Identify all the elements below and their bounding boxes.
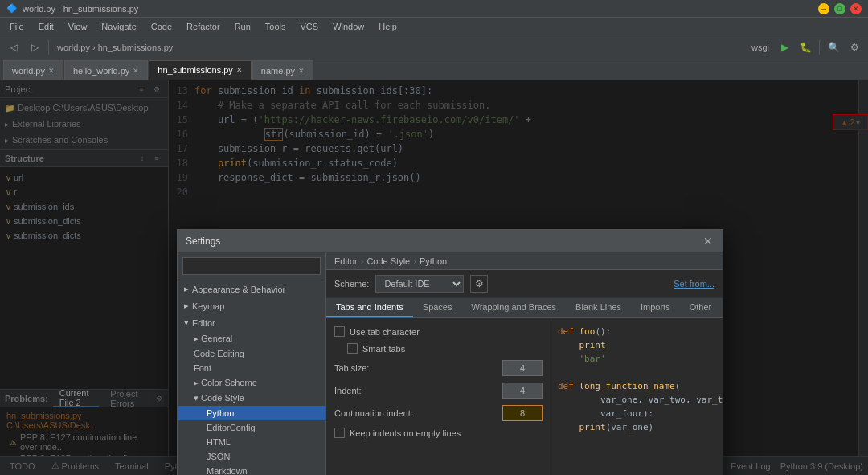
indent-input[interactable] <box>502 383 542 399</box>
toolbar-separator <box>48 40 49 55</box>
dialog-breadcrumb: Editor › Code Style › Python <box>326 252 723 270</box>
smart-tabs-checkbox[interactable] <box>347 343 358 354</box>
menu-window[interactable]: Window <box>326 20 371 33</box>
settings-search-input[interactable] <box>182 257 321 275</box>
smart-tabs-row: Smart tabs <box>347 343 542 354</box>
breadcrumb-python: Python <box>420 256 447 266</box>
search-everywhere-button[interactable]: 🔍 <box>825 39 842 56</box>
menu-run[interactable]: Run <box>228 20 257 33</box>
dialog-right: Editor › Code Style › Python Scheme: Def… <box>326 252 723 475</box>
tab-label: hn_submissions.py <box>158 65 233 75</box>
title-bar-controls: ─ □ ✕ <box>818 3 862 14</box>
dlg-tab-imports[interactable]: Imports <box>631 298 680 317</box>
debug-button[interactable]: 🐛 <box>796 39 814 56</box>
tab-hello-world-py[interactable]: hello_world.py ✕ <box>64 60 148 80</box>
menu-vcs[interactable]: VCS <box>294 20 326 33</box>
tab-world-py[interactable]: world.py ✕ <box>3 60 63 80</box>
dlg-tab-spaces[interactable]: Spaces <box>413 298 462 317</box>
menu-edit[interactable]: Edit <box>32 20 60 33</box>
tab-close-icon[interactable]: ✕ <box>236 66 243 74</box>
dlg-tab-blank-lines[interactable]: Blank Lines <box>566 298 631 317</box>
maximize-button[interactable]: □ <box>834 3 845 14</box>
continuation-indent-input[interactable] <box>502 405 542 421</box>
breadcrumb-editor: Editor <box>334 256 358 266</box>
dlg-section-keymap[interactable]: ▸ Keymap <box>178 297 326 314</box>
minimize-button[interactable]: ─ <box>818 3 829 14</box>
menu-tools[interactable]: Tools <box>259 20 293 33</box>
indent-row: Indent: <box>334 383 542 399</box>
breadcrumb-code-style: Code Style <box>366 256 410 266</box>
settings-button[interactable]: ⚙ <box>845 39 863 56</box>
dlg-item-json[interactable]: JSON <box>178 449 326 464</box>
breadcrumb-sep-2: › <box>413 256 416 266</box>
use-tab-char-checkbox[interactable] <box>334 326 345 337</box>
collapse-icon: ▸ <box>194 334 199 343</box>
tab-close-icon[interactable]: ✕ <box>48 67 55 75</box>
section-label: Appearance & Behavior <box>192 285 285 294</box>
dlg-section-appearance[interactable]: ▸ Appearance & Behavior <box>178 280 326 297</box>
keep-indents-checkbox[interactable] <box>334 428 345 438</box>
back-button[interactable]: ◁ <box>5 39 23 56</box>
menu-bar: File Edit View Navigate Code Refactor Ru… <box>0 18 868 35</box>
dlg-tab-tabs-indents[interactable]: Tabs and Indents <box>326 298 413 317</box>
section-label: Editor <box>192 318 215 328</box>
tab-label: world.py <box>12 66 45 76</box>
dlg-item-code-style[interactable]: ▾ Code Style <box>178 391 326 406</box>
dlg-item-color-scheme[interactable]: ▸ Color Scheme <box>178 375 326 391</box>
vcs-label: wsgi <box>748 43 772 52</box>
section-label: Keymap <box>192 301 224 311</box>
tab-size-input[interactable] <box>502 360 542 376</box>
dlg-tab-wrapping[interactable]: Wrapping and Braces <box>462 298 567 317</box>
scheme-row: Scheme: Default IDE ⚙ Set from... <box>326 270 723 298</box>
menu-file[interactable]: File <box>3 20 31 33</box>
run-button[interactable]: ▶ <box>776 39 793 56</box>
toolbar-separator-2 <box>819 40 820 55</box>
breadcrumb-sep-1: › <box>361 256 364 266</box>
keep-indents-row: Keep indents on empty lines <box>334 428 542 438</box>
menu-code[interactable]: Code <box>145 20 178 33</box>
collapse-icon: ▸ <box>184 284 189 294</box>
tab-name-py[interactable]: name.py ✕ <box>252 60 313 80</box>
keep-indents-label: Keep indents on empty lines <box>350 428 461 438</box>
menu-help[interactable]: Help <box>372 20 403 33</box>
use-tab-char-label: Use tab character <box>350 327 420 337</box>
menu-refactor[interactable]: Refactor <box>180 20 227 33</box>
settings-dialog: Settings ✕ ▸ Appearance & Behavior <box>177 229 723 475</box>
tab-label: name.py <box>261 66 295 76</box>
tab-close-icon[interactable]: ✕ <box>298 67 305 75</box>
dlg-item-html[interactable]: HTML <box>178 435 326 449</box>
breadcrumb-path: world.py › hn_submissions.py <box>54 43 176 52</box>
dlg-tab-other[interactable]: Other <box>680 298 722 317</box>
use-tab-char-row: Use tab character <box>334 326 542 337</box>
forward-button[interactable]: ▷ <box>26 39 43 56</box>
menu-view[interactable]: View <box>62 20 94 33</box>
collapse-icon: ▾ <box>184 317 189 328</box>
dialog-header: Settings ✕ <box>178 230 723 252</box>
close-button[interactable]: ✕ <box>850 3 862 14</box>
scheme-gear-button[interactable]: ⚙ <box>470 275 488 293</box>
dlg-item-general[interactable]: ▸ General <box>178 331 326 346</box>
dialog-close-button[interactable]: ✕ <box>702 235 714 248</box>
ide-wrapper: 🔷 world.py - hn_submissions.py ─ □ ✕ Fil… <box>0 0 868 475</box>
dlg-item-editorconfig[interactable]: EditorConfig <box>178 420 326 435</box>
scheme-select[interactable]: Default IDE <box>375 275 464 293</box>
dlg-section-editor[interactable]: ▾ Editor <box>178 314 326 331</box>
tab-size-row: Tab size: <box>334 360 542 376</box>
dlg-item-code-editing[interactable]: Code Editing <box>178 346 326 361</box>
smart-tabs-label: Smart tabs <box>362 344 405 354</box>
set-from-link[interactable]: Set from... <box>674 279 714 289</box>
title-bar-title: world.py - hn_submissions.py <box>23 4 138 14</box>
tabs-bar: world.py ✕ hello_world.py ✕ hn_submissio… <box>0 59 868 80</box>
dialog-title: Settings <box>186 235 220 247</box>
collapse-icon: ▸ <box>194 378 199 387</box>
dialog-tab-content: Use tab character Smart tabs Tab size: <box>326 318 723 475</box>
tab-close-icon[interactable]: ✕ <box>133 67 139 75</box>
tab-hn-submissions-py[interactable]: hn_submissions.py ✕ <box>149 60 252 80</box>
continuation-indent-label: Continuation indent: <box>334 408 497 418</box>
dlg-item-python[interactable]: Python <box>178 406 326 420</box>
tab-size-label: Tab size: <box>334 363 497 373</box>
dlg-item-markdown[interactable]: Markdown <box>178 464 326 475</box>
menu-navigate[interactable]: Navigate <box>95 20 142 33</box>
dlg-item-font[interactable]: Font <box>178 361 326 375</box>
dialog-nav: ▸ Appearance & Behavior ▸ Keymap ▾ Edito… <box>178 252 326 475</box>
